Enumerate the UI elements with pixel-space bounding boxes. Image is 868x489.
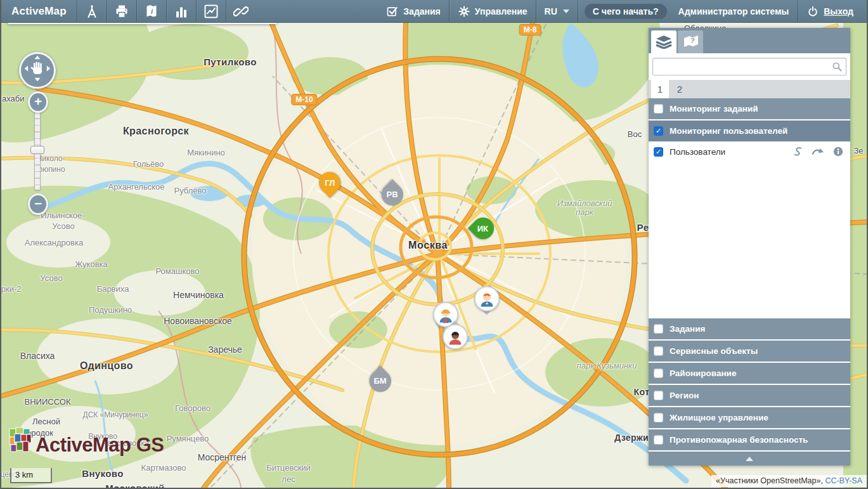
layer-group-label: Жилищное управление (670, 413, 768, 422)
top-toolbar: ActiveMap i Задания Управление RU С чего… (0, 0, 868, 23)
logout-button[interactable]: Выход (798, 0, 862, 22)
layer-name: Пользователи (670, 147, 784, 157)
layer-checkbox[interactable] (654, 324, 663, 334)
layer-group-header[interactable]: Противопожарная безопасность (649, 429, 850, 450)
tab-legend[interactable]: ? (678, 30, 703, 53)
layer-groups-bottom: ЗаданияСервисные объектыРайонированиеРег… (649, 318, 850, 452)
layer-checkbox[interactable] (654, 368, 663, 378)
user-avatar-marker[interactable] (443, 324, 468, 349)
legend-tab-icon: ? (682, 35, 699, 49)
link-icon (233, 4, 249, 19)
pan-control[interactable] (19, 52, 56, 89)
layer-group-header[interactable]: Жилищное управление (649, 407, 850, 428)
language-selector[interactable]: RU (536, 0, 578, 22)
layer-group-label: Мониторинг пользователей (670, 126, 787, 136)
layer-group-label: Противопожарная безопасность (670, 435, 808, 445)
print-button[interactable] (107, 0, 136, 22)
dark-hair-avatar (443, 324, 468, 349)
user-group-marker[interactable]: ИК (472, 218, 494, 239)
layers-panel: ? 12 Мониторинг заданий✓Мониторинг польз… (649, 28, 850, 466)
layer-checkbox[interactable]: ✓ (654, 147, 663, 157)
layer-group-label: Сервисные объекты (670, 346, 758, 356)
marker-label: БМ (374, 377, 387, 386)
layer-checkbox[interactable] (654, 346, 663, 356)
layer-groups-top: Мониторинг заданий✓Мониторинг пользовате… (649, 98, 850, 162)
attribution-text: «Участники OpenStreetMap», (716, 476, 825, 485)
page-button-1[interactable]: 1 (651, 80, 669, 98)
panel-pagination: 12 (649, 80, 850, 98)
management-button[interactable]: Управление (450, 0, 536, 22)
zoom-slider[interactable] (32, 112, 42, 189)
language-value: RU (545, 6, 557, 16)
user-menu-button[interactable]: Администратор системы (670, 6, 798, 16)
chevron-down-icon (563, 10, 569, 13)
user-group-marker[interactable]: ГЛ (319, 172, 340, 193)
search-icon (832, 62, 842, 72)
layers-tab-icon (655, 35, 673, 49)
gear-icon (458, 5, 470, 18)
layer-group-header[interactable]: Сервисные объекты (649, 341, 850, 362)
tab-layers[interactable] (651, 30, 677, 53)
layer-group-header[interactable]: Регион (649, 385, 850, 406)
forward-arrow-icon[interactable] (811, 146, 825, 157)
page-button-2[interactable]: 2 (671, 80, 689, 98)
panel-tabs: ? (649, 28, 850, 53)
marker-label: РВ (387, 190, 398, 200)
layer-group-header[interactable]: Мониторинг заданий (649, 98, 850, 119)
compass-icon (84, 4, 100, 19)
tasks-label: Задания (403, 6, 440, 16)
layers-search-input[interactable] (653, 58, 846, 75)
bar-chart-button[interactable] (166, 0, 196, 22)
layer-checkbox[interactable] (654, 413, 663, 422)
layer-group-label: Мониторинг заданий (670, 104, 758, 114)
info-icon[interactable] (831, 146, 845, 157)
panel-collapse-button[interactable] (649, 452, 850, 466)
layer-checkbox[interactable] (654, 104, 663, 114)
power-icon (806, 5, 819, 18)
checked-tasks-icon (386, 5, 399, 18)
orange-hair-avatar (474, 286, 500, 311)
license-link[interactable]: CC-BY-SA (825, 476, 862, 485)
marker-label: ГЛ (325, 178, 335, 188)
bar-chart-icon (174, 4, 189, 19)
layer-checkbox[interactable] (654, 435, 663, 445)
panel-empty-area (649, 162, 850, 318)
layer-group-label: Задания (670, 324, 705, 334)
layer-checkbox[interactable]: ✓ (654, 126, 663, 136)
layer-checkbox[interactable] (654, 391, 663, 400)
layer-row[interactable]: ✓Пользователи (649, 143, 850, 160)
road-badge: М-8 (519, 24, 541, 36)
print-icon (114, 4, 129, 19)
guide-button[interactable]: i (136, 0, 166, 22)
panel-search (649, 53, 850, 80)
user-group-marker[interactable]: РВ (382, 184, 403, 205)
scale-label: 3 km (11, 470, 33, 479)
layer-group-header[interactable]: Задания (649, 318, 850, 339)
compass-button[interactable] (77, 0, 107, 22)
svg-text:?: ? (690, 37, 695, 44)
route-icon[interactable] (791, 146, 805, 157)
line-chart-button[interactable] (196, 0, 226, 22)
line-chart-icon (204, 4, 219, 19)
user-avatar-marker[interactable] (474, 286, 500, 311)
management-label: Управление (475, 6, 528, 16)
link-button[interactable] (226, 0, 256, 22)
zoom-out-button[interactable]: − (28, 193, 48, 215)
layer-group-header[interactable]: Районирование (649, 363, 850, 384)
marker-label: ИК (477, 224, 488, 233)
user-group-marker[interactable]: БМ (370, 370, 391, 392)
guide-icon: i (144, 4, 159, 19)
map-attribution: «Участники OpenStreetMap», CC-BY-SA (711, 475, 867, 487)
collapse-up-icon (746, 457, 753, 461)
layer-group-header[interactable]: ✓Мониторинг пользователей (649, 121, 850, 141)
zoom-slider-handle[interactable] (30, 146, 44, 154)
road-badge: М-10 (291, 94, 317, 105)
layer-group-label: Районирование (670, 368, 736, 378)
zoom-in-button[interactable]: + (28, 91, 48, 113)
logout-label: Выход (824, 6, 853, 16)
tasks-button[interactable]: Задания (378, 0, 448, 22)
getting-started-button[interactable]: С чего начать? (585, 4, 667, 19)
layer-group-label: Регион (670, 391, 699, 400)
toolbar-tools: i (77, 0, 256, 22)
scale-bar: 3 km (10, 468, 52, 483)
